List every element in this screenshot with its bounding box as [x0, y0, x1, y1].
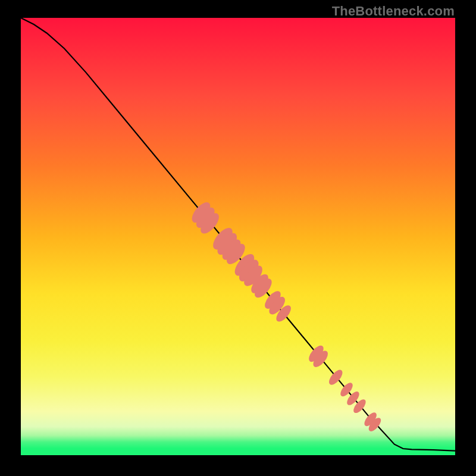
watermark-text: TheBottleneck.com: [332, 4, 455, 19]
chart-stage: TheBottleneck.com: [0, 0, 476, 476]
scatter-points: [189, 199, 383, 433]
plot-area: [21, 18, 455, 455]
bottleneck-curve: [21, 18, 455, 455]
curve-path: [21, 18, 455, 451]
